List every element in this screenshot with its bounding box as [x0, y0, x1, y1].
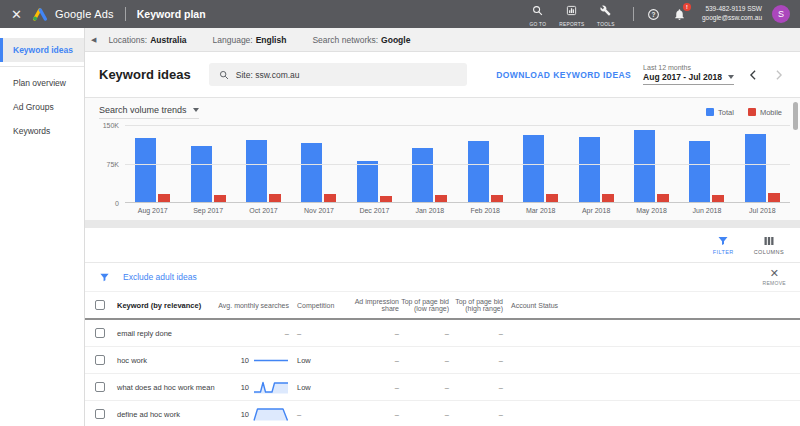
sidebar-item-plan-overview[interactable]: Plan overview	[0, 71, 84, 95]
page-title: Keyword ideas	[99, 67, 191, 82]
avatar[interactable]: S	[772, 5, 790, 23]
columns-button[interactable]: COLUMNS	[754, 235, 784, 255]
reports-button[interactable]: REPORTS	[555, 2, 589, 27]
collapse-panel-icon[interactable]: ◀	[91, 36, 96, 44]
sidebar-item-keywords[interactable]: Keywords	[0, 119, 84, 143]
columns-icon	[763, 235, 775, 247]
column-header-status[interactable]: Account Status	[511, 302, 611, 309]
setting-locations[interactable]: Locations:Australia	[108, 35, 186, 45]
select-all-checkbox[interactable]	[95, 300, 105, 310]
top-of-page-bid-high-cell: –	[449, 383, 503, 392]
top-of-page-bid-low-cell: –	[399, 383, 449, 392]
row-checkbox[interactable]	[95, 328, 105, 338]
filters-bar: ◀ Locations:AustraliaLanguage:EnglishSea…	[85, 28, 800, 52]
app-body: Keyword ideasPlan overviewAd GroupsKeywo…	[0, 28, 800, 426]
x-tick-label: Jul 2018	[735, 207, 790, 214]
mobile-bar	[158, 194, 170, 202]
remove-filter-button[interactable]: ✕ REMOVE	[763, 268, 786, 286]
chart-header: Search volume trends TotalMobile	[99, 105, 790, 119]
total-bar	[468, 141, 489, 202]
mobile-bar	[214, 195, 226, 202]
column-header-high[interactable]: Top of page bid (high range)	[449, 298, 503, 312]
filter-icon	[717, 235, 729, 247]
tools-button[interactable]: TOOLS	[589, 2, 623, 27]
next-period-button[interactable]	[772, 68, 786, 82]
table-header-row: Keyword (by relevance)Avg. monthly searc…	[85, 292, 800, 320]
keywords-table: Keyword (by relevance)Avg. monthly searc…	[85, 292, 800, 426]
mobile-bar	[768, 193, 780, 202]
notifications-button[interactable]: !	[670, 4, 690, 24]
search-icon	[532, 2, 543, 20]
sidebar-item-ad-groups[interactable]: Ad Groups	[0, 95, 84, 119]
column-header-keyword[interactable]: Keyword (by relevance)	[117, 301, 229, 310]
mobile-bar	[657, 194, 669, 202]
product-name: Google Ads	[55, 8, 114, 20]
avg-monthly-searches-cell: –	[229, 329, 289, 338]
keyword-cell: hoc work	[117, 356, 229, 365]
top-of-page-bid-high-cell: –	[449, 410, 503, 419]
scrollbar-thumb[interactable]	[793, 102, 798, 130]
keywords-table-card: FILTER COLUMNS Exclu	[85, 228, 800, 426]
chevron-down-icon	[728, 75, 734, 79]
x-tick-label: Oct 2017	[236, 207, 291, 214]
competition-cell: Low	[297, 383, 343, 392]
mobile-bar	[380, 196, 392, 202]
avg-monthly-searches-cell: 10	[229, 380, 289, 394]
account-info[interactable]: 539-482-9119 SSW google@ssw.com.au	[702, 5, 762, 23]
top-of-page-bid-low-cell: –	[399, 410, 449, 419]
table-row: hoc work10Low–––	[85, 347, 800, 374]
mobile-bar	[602, 194, 614, 202]
chart-title: Search volume trends	[99, 105, 187, 115]
prev-period-button[interactable]	[746, 68, 760, 82]
setting-label: Search networks:	[312, 35, 378, 45]
mobile-bar	[491, 195, 503, 202]
row-checkbox[interactable]	[95, 355, 105, 365]
table-row: define ad hoc work10––––	[85, 401, 800, 426]
search-input[interactable]: Site: ssw.com.au	[209, 63, 467, 86]
top-of-page-bid-high-cell: –	[449, 329, 503, 338]
sidebar-item-keyword-ideas[interactable]: Keyword ideas	[0, 38, 84, 62]
sidebar: Keyword ideasPlan overviewAd GroupsKeywo…	[0, 28, 85, 426]
goto-button[interactable]: GO TO	[521, 2, 555, 27]
column-header-low[interactable]: Top of page bid (low range)	[399, 298, 449, 312]
close-icon[interactable]: ✕	[8, 8, 25, 21]
chart-metric-dropdown[interactable]: Search volume trends	[99, 105, 199, 119]
table-body: email reply done–––––hoc work10Low–––wha…	[85, 320, 800, 426]
total-bar	[412, 148, 433, 202]
total-bar	[301, 143, 322, 202]
help-button[interactable]: ?	[644, 4, 664, 24]
avg-monthly-searches-cell: 10	[229, 353, 289, 367]
ad-impression-share-cell: –	[343, 356, 399, 365]
total-bar	[523, 135, 544, 202]
column-header-avg[interactable]: Avg. monthly searches	[218, 302, 289, 309]
date-range-value: Aug 2017 - Jul 2018	[643, 72, 722, 82]
filter-button-label: FILTER	[713, 249, 734, 255]
column-header-comp[interactable]: Competition	[297, 302, 343, 309]
search-volume-chart: Search volume trends TotalMobile 150K75K…	[85, 98, 800, 220]
total-bar	[191, 146, 212, 202]
exclude-adult-ideas-filter[interactable]: Exclude adult ideas	[123, 272, 197, 282]
notification-badge: !	[683, 3, 691, 11]
avg-monthly-searches-cell: 10	[229, 407, 289, 421]
reports-label: REPORTS	[559, 22, 584, 27]
legend-swatch	[706, 108, 714, 116]
close-icon: ✕	[770, 268, 779, 279]
column-header-impr[interactable]: Ad impression share	[343, 298, 399, 312]
filter-button[interactable]: FILTER	[713, 235, 734, 255]
goto-label: GO TO	[530, 22, 547, 27]
topbar-nav: GO TOREPORTSTOOLS	[521, 2, 623, 27]
download-keyword-ideas-button[interactable]: DOWNLOAD KEYWORD IDEAS	[496, 70, 631, 80]
row-checkbox[interactable]	[95, 382, 105, 392]
chart-area: 150K75K0	[99, 125, 790, 203]
topbar-right: GO TOREPORTSTOOLS ? ! 539-482-9119 SSW g…	[521, 2, 790, 27]
tools-icon	[600, 2, 611, 20]
setting-language[interactable]: Language:English	[213, 35, 287, 45]
total-bar	[634, 130, 655, 202]
setting-searchnetworks[interactable]: Search networks:Google	[312, 35, 410, 45]
date-range-picker[interactable]: Last 12 months Aug 2017 - Jul 2018	[643, 64, 734, 85]
row-checkbox[interactable]	[95, 409, 105, 419]
setting-label: Locations:	[108, 35, 147, 45]
x-tick-label: Jan 2018	[402, 207, 457, 214]
window-page-title: Keyword plan	[137, 8, 206, 20]
date-range-label: Last 12 months	[643, 64, 734, 71]
